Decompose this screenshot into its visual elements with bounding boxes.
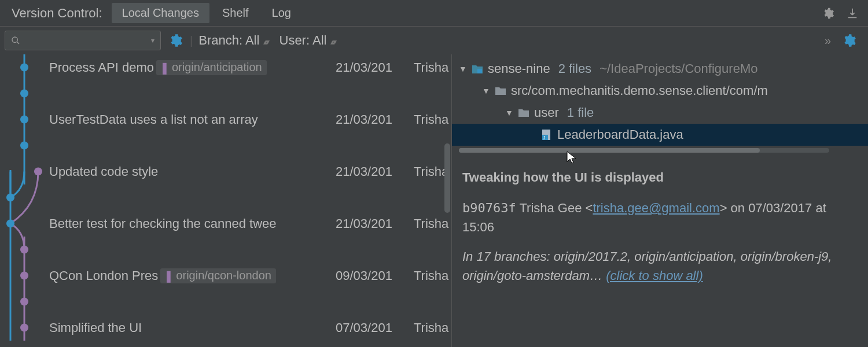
main-split: Process API demo❚origin/anticipation21/0… xyxy=(0,54,868,347)
svg-point-0 xyxy=(12,37,17,42)
expand-arrow-icon: ▼ xyxy=(459,64,467,73)
svg-text:J: J xyxy=(543,135,546,141)
commit-date: 21/03/201 xyxy=(336,60,392,75)
commit-message: QCon London Pres❚origin/qcon-london xyxy=(49,268,281,283)
branches-prefix: In 17 branches: xyxy=(462,249,550,264)
changed-files-tree: ▼ sense-nine 2 files ~/IdeaProjects/Conf… xyxy=(452,54,868,158)
settings-gear-icon[interactable] xyxy=(816,7,840,20)
on-label: on xyxy=(731,201,745,215)
tag-icon: ❚ xyxy=(160,61,170,75)
tree-horizontal-scrollbar[interactable] xyxy=(459,148,829,153)
commit-row[interactable]: Updated code style21/03/201Trisha xyxy=(0,158,451,184)
tab-local-changes[interactable]: Local Changes xyxy=(112,3,209,23)
commit-details: Tweaking how the UI is displayed b90763f… xyxy=(452,158,868,294)
folder-icon xyxy=(495,86,506,95)
svg-point-14 xyxy=(20,298,28,306)
svg-point-13 xyxy=(20,272,28,280)
commit-date: 21/03/201 xyxy=(336,164,392,179)
vcs-settings-icon[interactable] xyxy=(161,33,190,48)
module-icon xyxy=(472,64,483,74)
svg-point-7 xyxy=(20,116,28,124)
commit-message: Better test for checking the canned twee xyxy=(49,216,281,231)
commit-author: Trisha Gee xyxy=(519,201,582,215)
dropdown-chevron-icon: ▾ xyxy=(151,36,155,45)
tree-root-name: sense-nine xyxy=(488,61,550,76)
vcs-title: Version Control: xyxy=(3,6,111,21)
tree-package[interactable]: ▼ src/com.mechanitis.demo.sense.client/c… xyxy=(452,80,868,102)
commit-author-email[interactable]: trisha.gee@gmail.com xyxy=(593,201,719,215)
commit-graph xyxy=(0,54,49,347)
commit-row[interactable]: Process API demo❚origin/anticipation21/0… xyxy=(0,54,451,80)
folder-icon xyxy=(518,108,529,117)
commit-date: 07/03/201 xyxy=(336,320,392,335)
branch-tag: ❚origin/anticipation xyxy=(156,60,267,75)
svg-rect-21 xyxy=(477,69,482,73)
svg-point-8 xyxy=(20,142,28,150)
search-icon xyxy=(11,36,20,45)
svg-point-6 xyxy=(20,90,28,98)
tree-root[interactable]: ▼ sense-nine 2 files ~/IdeaProjects/Conf… xyxy=(452,58,868,80)
more-filters-icon[interactable]: » xyxy=(819,34,834,47)
tag-icon: ❚ xyxy=(164,269,174,283)
tree-root-path: ~/IdeaProjects/ConfigureMo xyxy=(599,61,757,76)
user-filter[interactable]: User: All ▴▾ xyxy=(274,33,341,48)
svg-point-10 xyxy=(6,194,14,202)
commit-row[interactable]: QCon London Pres❚origin/qcon-london09/03… xyxy=(0,263,451,289)
svg-point-9 xyxy=(34,168,42,176)
commit-row[interactable]: Better test for checking the canned twee… xyxy=(0,211,451,237)
commit-row[interactable]: UserTestData uses a list not an array21/… xyxy=(0,106,451,132)
commit-subject: Tweaking how the UI is displayed xyxy=(462,168,858,187)
tab-shelf[interactable]: Shelf xyxy=(212,3,259,23)
commit-hash: b90763f xyxy=(462,201,516,215)
expand-arrow-icon: ▼ xyxy=(505,108,513,117)
commit-branches: In 17 branches: origin/2017.2, origin/an… xyxy=(462,247,858,285)
search-input[interactable]: ▾ xyxy=(5,31,161,50)
svg-point-11 xyxy=(6,220,14,228)
tree-root-count: 2 files xyxy=(558,61,591,76)
tree-dir-name: user xyxy=(534,105,559,120)
tabbar: Version Control: Local Changes Shelf Log xyxy=(0,0,868,27)
branch-filter[interactable]: Branch: All ▴▾ xyxy=(193,33,273,48)
tree-dir-count: 1 file xyxy=(567,105,594,120)
tab-log[interactable]: Log xyxy=(262,3,301,23)
commit-details-panel: ▼ sense-nine 2 files ~/IdeaProjects/Conf… xyxy=(451,54,868,347)
scrollbar[interactable] xyxy=(443,54,451,347)
svg-point-5 xyxy=(20,64,28,72)
show-all-branches-link[interactable]: (click to show all) xyxy=(606,268,703,283)
tree-file[interactable]: J LeaderboardData.java xyxy=(452,124,868,146)
commit-message: Updated code style xyxy=(49,164,163,179)
svg-point-12 xyxy=(20,246,28,254)
java-file-icon: J xyxy=(541,129,553,141)
commit-date: 09/03/201 xyxy=(336,268,392,283)
download-icon[interactable] xyxy=(840,7,865,20)
vcs-settings-icon-2[interactable] xyxy=(834,33,863,48)
commit-message: UserTestData uses a list not an array xyxy=(49,112,263,127)
commit-row[interactable]: Simplified the UI07/03/201Trisha xyxy=(0,315,451,341)
commit-meta: b90763f Trisha Gee <trisha.gee@gmail.com… xyxy=(462,198,858,237)
commit-list: Process API demo❚origin/anticipation21/0… xyxy=(0,54,451,347)
filter-bar: ▾ | Branch: All ▴▾ User: All ▴▾ » xyxy=(0,27,868,54)
svg-point-15 xyxy=(20,324,28,332)
expand-arrow-icon: ▼ xyxy=(482,86,490,95)
commit-date: 21/03/201 xyxy=(336,112,392,127)
commit-date: 21/03/201 xyxy=(336,216,392,231)
tree-dir[interactable]: ▼ user 1 file xyxy=(452,102,868,124)
tree-package-name: src/com.mechanitis.demo.sense.client/com… xyxy=(511,83,768,98)
commit-message: Process API demo❚origin/anticipation xyxy=(49,60,271,75)
commit-message: Simplified the UI xyxy=(49,320,146,335)
branch-tag: ❚origin/qcon-london xyxy=(160,268,276,283)
tree-file-name: LeaderboardData.java xyxy=(557,127,683,142)
